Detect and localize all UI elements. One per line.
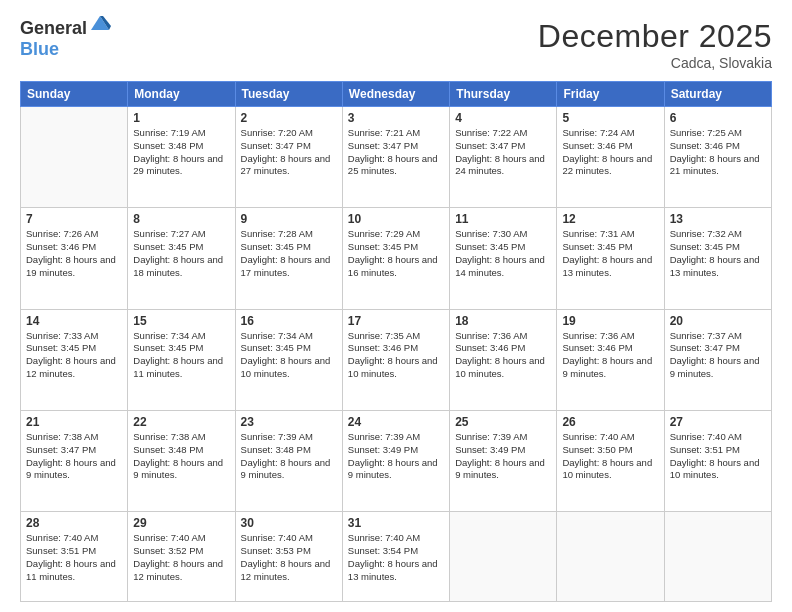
daylight-line1: Daylight: 8 hours and [562, 355, 658, 368]
calendar-cell: 29Sunrise: 7:40 AMSunset: 3:52 PMDayligh… [128, 512, 235, 602]
day-header-sunday: Sunday [21, 82, 128, 107]
sunset-line: Sunset: 3:45 PM [133, 241, 229, 254]
daylight-line2: 12 minutes. [241, 571, 337, 584]
day-header-wednesday: Wednesday [342, 82, 449, 107]
page: General Blue December 2025 Cadca, Slovak… [0, 0, 792, 612]
sunset-line: Sunset: 3:45 PM [455, 241, 551, 254]
sunrise-line: Sunrise: 7:40 AM [670, 431, 766, 444]
daylight-line2: 12 minutes. [133, 571, 229, 584]
calendar-cell: 22Sunrise: 7:38 AMSunset: 3:48 PMDayligh… [128, 410, 235, 511]
sunrise-line: Sunrise: 7:24 AM [562, 127, 658, 140]
sunrise-line: Sunrise: 7:39 AM [348, 431, 444, 444]
date-number: 13 [670, 212, 766, 226]
daylight-line1: Daylight: 8 hours and [241, 153, 337, 166]
date-number: 22 [133, 415, 229, 429]
logo: General Blue [20, 18, 111, 60]
daylight-line2: 9 minutes. [26, 469, 122, 482]
sunset-line: Sunset: 3:45 PM [241, 342, 337, 355]
daylight-line2: 10 minutes. [348, 368, 444, 381]
calendar-cell: 11Sunrise: 7:30 AMSunset: 3:45 PMDayligh… [450, 208, 557, 309]
sunrise-line: Sunrise: 7:40 AM [133, 532, 229, 545]
daylight-line2: 14 minutes. [455, 267, 551, 280]
daylight-line2: 9 minutes. [133, 469, 229, 482]
calendar-cell: 25Sunrise: 7:39 AMSunset: 3:49 PMDayligh… [450, 410, 557, 511]
sunrise-line: Sunrise: 7:28 AM [241, 228, 337, 241]
daylight-line1: Daylight: 8 hours and [455, 254, 551, 267]
calendar-cell [557, 512, 664, 602]
month-title: December 2025 [538, 18, 772, 55]
daylight-line1: Daylight: 8 hours and [26, 355, 122, 368]
sunrise-line: Sunrise: 7:37 AM [670, 330, 766, 343]
calendar-cell: 18Sunrise: 7:36 AMSunset: 3:46 PMDayligh… [450, 309, 557, 410]
sunset-line: Sunset: 3:45 PM [26, 342, 122, 355]
date-number: 5 [562, 111, 658, 125]
calendar-cell: 2Sunrise: 7:20 AMSunset: 3:47 PMDaylight… [235, 107, 342, 208]
calendar-cell: 1Sunrise: 7:19 AMSunset: 3:48 PMDaylight… [128, 107, 235, 208]
sunrise-line: Sunrise: 7:20 AM [241, 127, 337, 140]
sunrise-line: Sunrise: 7:40 AM [562, 431, 658, 444]
date-number: 7 [26, 212, 122, 226]
calendar-cell [664, 512, 771, 602]
date-number: 27 [670, 415, 766, 429]
sunset-line: Sunset: 3:49 PM [455, 444, 551, 457]
sunrise-line: Sunrise: 7:27 AM [133, 228, 229, 241]
date-number: 18 [455, 314, 551, 328]
calendar-week-1: 1Sunrise: 7:19 AMSunset: 3:48 PMDaylight… [21, 107, 772, 208]
sunrise-line: Sunrise: 7:31 AM [562, 228, 658, 241]
sunset-line: Sunset: 3:46 PM [562, 140, 658, 153]
daylight-line2: 17 minutes. [241, 267, 337, 280]
daylight-line2: 10 minutes. [670, 469, 766, 482]
sunset-line: Sunset: 3:47 PM [241, 140, 337, 153]
daylight-line2: 13 minutes. [348, 571, 444, 584]
date-number: 26 [562, 415, 658, 429]
date-number: 6 [670, 111, 766, 125]
calendar-cell: 21Sunrise: 7:38 AMSunset: 3:47 PMDayligh… [21, 410, 128, 511]
daylight-line2: 12 minutes. [26, 368, 122, 381]
daylight-line1: Daylight: 8 hours and [133, 254, 229, 267]
daylight-line2: 13 minutes. [562, 267, 658, 280]
daylight-line1: Daylight: 8 hours and [348, 254, 444, 267]
date-number: 15 [133, 314, 229, 328]
sunset-line: Sunset: 3:47 PM [670, 342, 766, 355]
calendar-cell: 9Sunrise: 7:28 AMSunset: 3:45 PMDaylight… [235, 208, 342, 309]
daylight-line1: Daylight: 8 hours and [348, 355, 444, 368]
title-block: December 2025 Cadca, Slovakia [538, 18, 772, 71]
daylight-line1: Daylight: 8 hours and [562, 254, 658, 267]
date-number: 14 [26, 314, 122, 328]
sunrise-line: Sunrise: 7:32 AM [670, 228, 766, 241]
sunrise-line: Sunrise: 7:26 AM [26, 228, 122, 241]
date-number: 3 [348, 111, 444, 125]
date-number: 4 [455, 111, 551, 125]
sunset-line: Sunset: 3:48 PM [133, 444, 229, 457]
daylight-line2: 9 minutes. [455, 469, 551, 482]
daylight-line1: Daylight: 8 hours and [241, 355, 337, 368]
daylight-line1: Daylight: 8 hours and [133, 457, 229, 470]
daylight-line1: Daylight: 8 hours and [348, 153, 444, 166]
date-number: 8 [133, 212, 229, 226]
calendar-body: 1Sunrise: 7:19 AMSunset: 3:48 PMDaylight… [21, 107, 772, 602]
daylight-line1: Daylight: 8 hours and [133, 355, 229, 368]
sunset-line: Sunset: 3:48 PM [133, 140, 229, 153]
sunset-line: Sunset: 3:47 PM [348, 140, 444, 153]
daylight-line2: 18 minutes. [133, 267, 229, 280]
sunrise-line: Sunrise: 7:40 AM [26, 532, 122, 545]
daylight-line1: Daylight: 8 hours and [26, 457, 122, 470]
sunset-line: Sunset: 3:46 PM [348, 342, 444, 355]
sunrise-line: Sunrise: 7:36 AM [455, 330, 551, 343]
sunrise-line: Sunrise: 7:39 AM [241, 431, 337, 444]
calendar-week-5: 28Sunrise: 7:40 AMSunset: 3:51 PMDayligh… [21, 512, 772, 602]
calendar-cell: 24Sunrise: 7:39 AMSunset: 3:49 PMDayligh… [342, 410, 449, 511]
daylight-line1: Daylight: 8 hours and [670, 355, 766, 368]
sunset-line: Sunset: 3:49 PM [348, 444, 444, 457]
sunset-line: Sunset: 3:54 PM [348, 545, 444, 558]
calendar-cell: 4Sunrise: 7:22 AMSunset: 3:47 PMDaylight… [450, 107, 557, 208]
sunrise-line: Sunrise: 7:39 AM [455, 431, 551, 444]
daylight-line2: 10 minutes. [455, 368, 551, 381]
calendar-cell: 14Sunrise: 7:33 AMSunset: 3:45 PMDayligh… [21, 309, 128, 410]
daylight-line1: Daylight: 8 hours and [670, 153, 766, 166]
sunrise-line: Sunrise: 7:22 AM [455, 127, 551, 140]
date-number: 24 [348, 415, 444, 429]
sunset-line: Sunset: 3:48 PM [241, 444, 337, 457]
daylight-line2: 9 minutes. [241, 469, 337, 482]
calendar-cell: 20Sunrise: 7:37 AMSunset: 3:47 PMDayligh… [664, 309, 771, 410]
